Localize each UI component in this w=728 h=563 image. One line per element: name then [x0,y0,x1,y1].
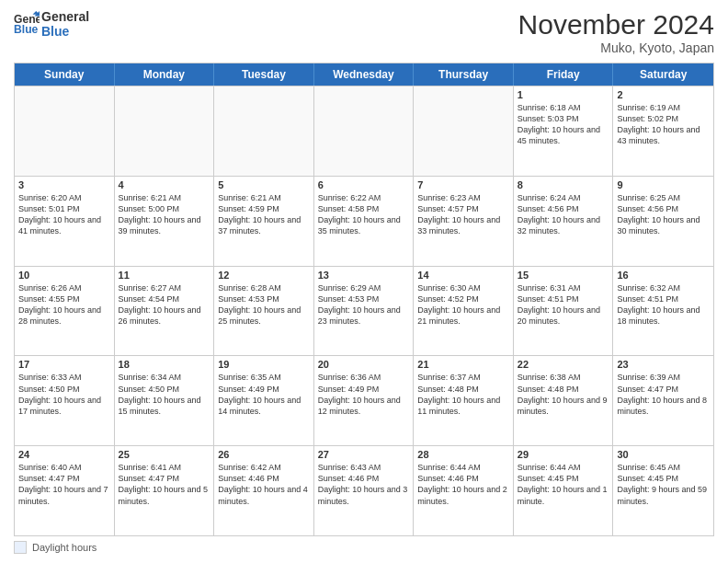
table-row: 1Sunrise: 6:18 AM Sunset: 5:03 PM Daylig… [514,86,614,176]
cell-info: Sunrise: 6:30 AM Sunset: 4:52 PM Dayligh… [417,282,509,327]
day-number: 2 [617,89,710,100]
cell-info: Sunrise: 6:32 AM Sunset: 4:51 PM Dayligh… [617,282,710,327]
calendar-row-0: 1Sunrise: 6:18 AM Sunset: 5:03 PM Daylig… [15,86,713,176]
day-number: 8 [518,179,609,190]
header-friday: Friday [514,63,614,86]
cell-info: Sunrise: 6:25 AM Sunset: 4:56 PM Dayligh… [617,192,710,237]
cell-info: Sunrise: 6:24 AM Sunset: 4:56 PM Dayligh… [518,192,609,237]
day-number: 21 [417,359,509,370]
day-number: 30 [617,449,710,460]
table-row: 11Sunrise: 6:27 AM Sunset: 4:54 PM Dayli… [115,267,215,356]
day-number: 19 [218,359,310,370]
day-number: 26 [218,449,310,460]
calendar: Sunday Monday Tuesday Wednesday Thursday… [14,63,714,536]
day-number: 15 [518,270,609,281]
day-number: 9 [617,179,710,190]
day-number: 20 [318,359,410,370]
table-row: 23Sunrise: 6:39 AM Sunset: 4:47 PM Dayli… [613,356,713,445]
day-number: 25 [119,449,210,460]
page: General Blue General Blue November 2024 … [0,0,728,563]
calendar-header: Sunday Monday Tuesday Wednesday Thursday… [15,63,713,86]
table-row [15,86,115,176]
table-row: 2Sunrise: 6:19 AM Sunset: 5:02 PM Daylig… [613,86,713,176]
title-block: November 2024 Muko, Kyoto, Japan [518,9,714,55]
cell-info: Sunrise: 6:45 AM Sunset: 4:45 PM Dayligh… [617,462,710,507]
day-number: 10 [18,270,110,281]
cell-info: Sunrise: 6:27 AM Sunset: 4:54 PM Dayligh… [119,282,210,327]
logo: General Blue General Blue [14,9,89,39]
header-monday: Monday [115,63,215,86]
header-thursday: Thursday [414,63,514,86]
table-row: 12Sunrise: 6:28 AM Sunset: 4:53 PM Dayli… [214,267,314,356]
day-number: 17 [18,359,110,370]
header-tuesday: Tuesday [214,63,314,86]
header-wednesday: Wednesday [314,63,415,86]
cell-info: Sunrise: 6:44 AM Sunset: 4:46 PM Dayligh… [417,462,509,507]
footer: Daylight hours [14,541,714,554]
day-number: 28 [417,449,509,460]
table-row: 5Sunrise: 6:21 AM Sunset: 4:59 PM Daylig… [214,177,314,266]
day-number: 11 [119,270,210,281]
day-number: 3 [18,179,110,190]
header: General Blue General Blue November 2024 … [14,9,714,55]
day-number: 13 [318,270,410,281]
table-row: 21Sunrise: 6:37 AM Sunset: 4:48 PM Dayli… [414,356,514,445]
calendar-row-1: 3Sunrise: 6:20 AM Sunset: 5:01 PM Daylig… [15,176,713,266]
cell-info: Sunrise: 6:36 AM Sunset: 4:49 PM Dayligh… [318,372,410,417]
day-number: 24 [18,449,110,460]
cell-info: Sunrise: 6:21 AM Sunset: 5:00 PM Dayligh… [119,192,210,237]
cell-info: Sunrise: 6:41 AM Sunset: 4:47 PM Dayligh… [119,462,210,507]
cell-info: Sunrise: 6:21 AM Sunset: 4:59 PM Dayligh… [218,192,310,237]
table-row: 20Sunrise: 6:36 AM Sunset: 4:49 PM Dayli… [314,356,415,445]
table-row [214,86,314,176]
table-row: 18Sunrise: 6:34 AM Sunset: 4:50 PM Dayli… [115,356,215,445]
cell-info: Sunrise: 6:42 AM Sunset: 4:46 PM Dayligh… [218,462,310,507]
cell-info: Sunrise: 6:34 AM Sunset: 4:50 PM Dayligh… [119,372,210,417]
day-number: 23 [617,359,710,370]
cell-info: Sunrise: 6:19 AM Sunset: 5:02 PM Dayligh… [617,102,710,147]
cell-info: Sunrise: 6:43 AM Sunset: 4:46 PM Dayligh… [318,462,410,507]
table-row: 25Sunrise: 6:41 AM Sunset: 4:47 PM Dayli… [115,446,215,535]
table-row: 16Sunrise: 6:32 AM Sunset: 4:51 PM Dayli… [613,267,713,356]
table-row: 9Sunrise: 6:25 AM Sunset: 4:56 PM Daylig… [613,177,713,266]
table-row [414,86,514,176]
cell-info: Sunrise: 6:39 AM Sunset: 4:47 PM Dayligh… [617,372,710,417]
table-row [115,86,215,176]
cell-info: Sunrise: 6:37 AM Sunset: 4:48 PM Dayligh… [417,372,509,417]
cell-info: Sunrise: 6:33 AM Sunset: 4:50 PM Dayligh… [18,372,110,417]
calendar-row-2: 10Sunrise: 6:26 AM Sunset: 4:55 PM Dayli… [15,266,713,356]
table-row: 19Sunrise: 6:35 AM Sunset: 4:49 PM Dayli… [214,356,314,445]
cell-info: Sunrise: 6:23 AM Sunset: 4:57 PM Dayligh… [417,192,509,237]
table-row: 22Sunrise: 6:38 AM Sunset: 4:48 PM Dayli… [514,356,614,445]
table-row: 13Sunrise: 6:29 AM Sunset: 4:53 PM Dayli… [314,267,415,356]
day-number: 6 [318,179,410,190]
cell-info: Sunrise: 6:28 AM Sunset: 4:53 PM Dayligh… [218,282,310,327]
table-row: 15Sunrise: 6:31 AM Sunset: 4:51 PM Dayli… [514,267,614,356]
month-title: November 2024 [518,9,714,40]
calendar-row-4: 24Sunrise: 6:40 AM Sunset: 4:47 PM Dayli… [15,445,713,535]
table-row: 10Sunrise: 6:26 AM Sunset: 4:55 PM Dayli… [15,267,115,356]
cell-info: Sunrise: 6:31 AM Sunset: 4:51 PM Dayligh… [518,282,609,327]
table-row: 4Sunrise: 6:21 AM Sunset: 5:00 PM Daylig… [115,177,215,266]
logo-icon: General Blue [14,11,40,37]
legend-box [14,541,27,554]
cell-info: Sunrise: 6:38 AM Sunset: 4:48 PM Dayligh… [518,372,609,417]
cell-info: Sunrise: 6:40 AM Sunset: 4:47 PM Dayligh… [18,462,110,507]
calendar-body: 1Sunrise: 6:18 AM Sunset: 5:03 PM Daylig… [15,86,713,535]
table-row: 27Sunrise: 6:43 AM Sunset: 4:46 PM Dayli… [314,446,415,535]
day-number: 12 [218,270,310,281]
svg-text:Blue: Blue [14,23,39,36]
table-row: 3Sunrise: 6:20 AM Sunset: 5:01 PM Daylig… [15,177,115,266]
table-row: 24Sunrise: 6:40 AM Sunset: 4:47 PM Dayli… [15,446,115,535]
logo-general: General [41,9,89,24]
cell-info: Sunrise: 6:44 AM Sunset: 4:45 PM Dayligh… [518,462,609,507]
table-row: 6Sunrise: 6:22 AM Sunset: 4:58 PM Daylig… [314,177,415,266]
cell-info: Sunrise: 6:18 AM Sunset: 5:03 PM Dayligh… [518,102,609,147]
table-row: 14Sunrise: 6:30 AM Sunset: 4:52 PM Dayli… [414,267,514,356]
cell-info: Sunrise: 6:26 AM Sunset: 4:55 PM Dayligh… [18,282,110,327]
logo-blue: Blue [41,24,89,39]
cell-info: Sunrise: 6:29 AM Sunset: 4:53 PM Dayligh… [318,282,410,327]
day-number: 1 [518,89,609,100]
table-row [314,86,415,176]
day-number: 4 [119,179,210,190]
